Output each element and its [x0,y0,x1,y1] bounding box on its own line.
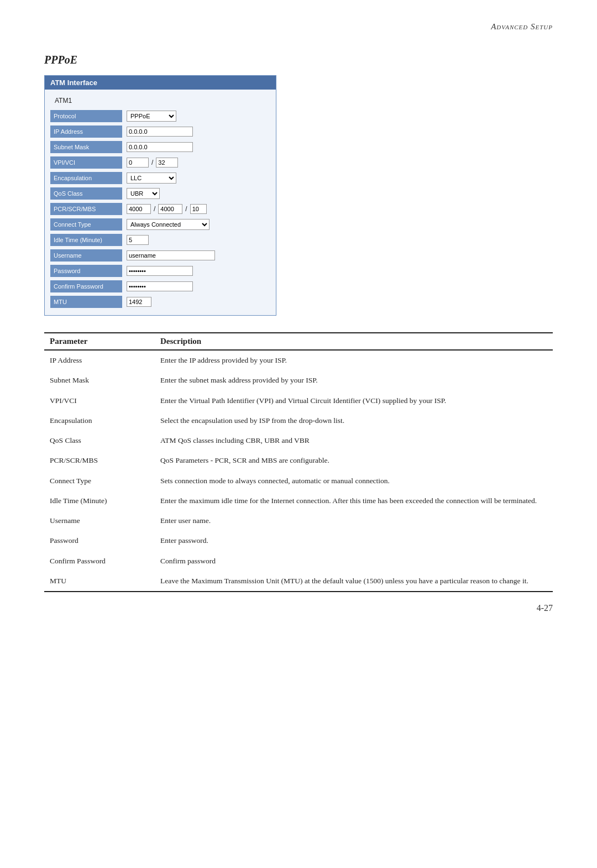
desc-cell: Leave the Maximum Transmission Unit (MTU… [155,571,553,592]
pcr-input[interactable] [127,204,151,214]
atm-value-username [122,250,215,260]
atm-row-idle-time: Idle Time (Minute) [50,233,270,247]
atm-value-pcr-scr-mbs: / / [122,204,207,214]
pcr-sep: / [154,205,155,213]
atm-value-vpivci: / [122,158,178,168]
atm-row-encapsulation: Encapsulation LLC VC-Mux [50,171,270,185]
desc-cell: ATM QoS classes including CBR, UBR and V… [155,431,553,451]
table-row: UsernameEnter user name. [44,511,553,531]
atm-label-idle-time: Idle Time (Minute) [50,234,122,246]
param-cell: MTU [44,571,155,592]
param-cell: Confirm Password [44,551,155,571]
table-row: MTULeave the Maximum Transmission Unit (… [44,571,553,592]
table-row: Idle Time (Minute)Enter the maximum idle… [44,491,553,511]
table-row: EncapsulationSelect the encapsulation us… [44,411,553,431]
param-cell: Idle Time (Minute) [44,491,155,511]
atm-label-subnet-mask: Subnet Mask [50,141,122,153]
param-cell: Connect Type [44,471,155,491]
param-cell: Encapsulation [44,411,155,431]
scr-sep: / [185,205,187,213]
table-row: Connect TypeSets connection mode to alwa… [44,471,553,491]
atm-value-protocol: PPPoE PPPoA MER IPoA [122,111,176,122]
atm-value-password [122,266,193,276]
table-row: Subnet MaskEnter the subnet mask address… [44,370,553,390]
desc-cell: Enter password. [155,531,553,551]
atm-row-connect-type: Connect Type Always Connected Automatic … [50,218,270,231]
atm-row-confirm-password: Confirm Password [50,280,270,293]
desc-cell: Sets connection mode to always connected… [155,471,553,491]
atm-value-idle-time [122,235,149,245]
table-row: IP AddressEnter the IP address provided … [44,350,553,370]
atm-row-password: Password [50,264,270,278]
atm-label-protocol: Protocol [50,110,122,122]
atm-label-connect-type: Connect Type [50,218,122,231]
atm-label-password: Password [50,265,122,277]
vci-input[interactable] [156,158,178,168]
idle-time-input[interactable] [127,235,149,245]
table-row: VPI/VCIEnter the Virtual Path Identifier… [44,391,553,411]
atm-label-encapsulation: Encapsulation [50,172,122,184]
atm-card-header: ATM Interface [45,76,276,90]
atm-value-subnet-mask [122,142,193,152]
param-cell: PCR/SCR/MBS [44,451,155,470]
description-table: Parameter Description IP AddressEnter th… [44,332,553,592]
atm-value-mtu [122,297,151,307]
atm-row-vpivci: VPI/VCI / [50,156,270,169]
encapsulation-select[interactable]: LLC VC-Mux [127,172,176,184]
atm-row-pcr-scr-mbs: PCR/SCR/MBS / / [50,202,270,216]
atm-row-subnet-mask: Subnet Mask [50,140,270,154]
page-number: 4-27 [44,603,553,613]
atm-static-row: ATM1 [50,94,270,107]
atm-value-connect-type: Always Connected Automatic Manual [122,219,210,230]
atm-label-ip-address: IP Address [50,126,122,138]
atm-row-protocol: Protocol PPPoE PPPoA MER IPoA [50,109,270,123]
desc-cell: Enter user name. [155,511,553,531]
param-cell: Password [44,531,155,551]
scr-input[interactable] [158,204,182,214]
mtu-input[interactable] [127,297,151,307]
atm-label-vpivci: VPI/VCI [50,156,122,169]
param-cell: VPI/VCI [44,391,155,411]
password-input[interactable] [127,266,193,276]
atm-row-qos-class: QoS Class UBR CBR VBR [50,187,270,200]
param-cell: IP Address [44,350,155,370]
desc-cell: Enter the IP address provided by your IS… [155,350,553,370]
atm-value-ip-address [122,127,193,137]
param-cell: Subnet Mask [44,370,155,390]
param-cell: Username [44,511,155,531]
atm-row-mtu: MTU [50,295,270,308]
desc-cell: Confirm password [155,551,553,571]
vpi-input[interactable] [127,158,149,168]
protocol-select[interactable]: PPPoE PPPoA MER IPoA [127,111,176,122]
table-row: QoS ClassATM QoS classes including CBR, … [44,431,553,451]
vpi-vci-separator: / [151,159,153,166]
table-row: Confirm PasswordConfirm password [44,551,553,571]
atm-label-pcr-scr-mbs: PCR/SCR/MBS [50,203,122,215]
qos-class-select[interactable]: UBR CBR VBR [127,188,160,199]
atm-row-username: Username [50,249,270,262]
atm-value-encapsulation: LLC VC-Mux [122,172,176,184]
mbs-input[interactable] [190,204,207,214]
page-header: Advanced Setup [44,22,553,32]
desc-cell: QoS Parameters - PCR, SCR and MBS are co… [155,451,553,470]
section-title: PPPoE [44,54,553,66]
atm-label-qos-class: QoS Class [50,187,122,200]
param-cell: QoS Class [44,431,155,451]
desc-cell: Enter the Virtual Path Identifier (VPI) … [155,391,553,411]
atm-label-confirm-password: Confirm Password [50,280,122,292]
desc-cell: Select the encapsulation used by ISP fro… [155,411,553,431]
atm-value-confirm-password [122,281,193,291]
table-row: PasswordEnter password. [44,531,553,551]
ip-address-input[interactable] [127,127,193,137]
connect-type-select[interactable]: Always Connected Automatic Manual [127,219,210,230]
col-parameter-header: Parameter [44,333,155,350]
atm-static-value: ATM1 [50,97,72,104]
desc-cell: Enter the maximum idle time for the Inte… [155,491,553,511]
col-description-header: Description [155,333,553,350]
confirm-password-input[interactable] [127,281,193,291]
atm-row-ip-address: IP Address [50,125,270,138]
atm-interface-card: ATM Interface ATM1 Protocol PPPoE PPPoA … [44,75,276,316]
username-input[interactable] [127,250,215,260]
table-row: PCR/SCR/MBSQoS Parameters - PCR, SCR and… [44,451,553,470]
subnet-mask-input[interactable] [127,142,193,152]
